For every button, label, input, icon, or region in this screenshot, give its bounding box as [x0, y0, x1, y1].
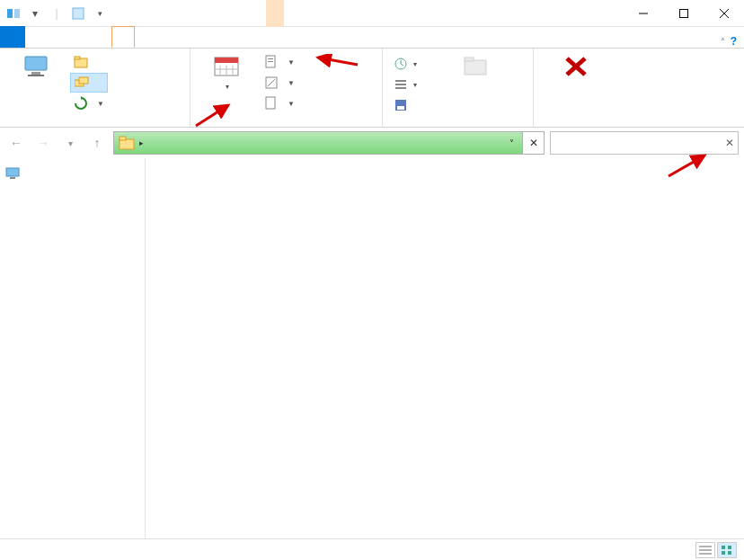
svg-rect-28	[395, 87, 406, 89]
tab-file[interactable]	[0, 26, 25, 48]
tab-search[interactable]	[111, 26, 135, 48]
ribbon-expand-icon[interactable]: ˄	[721, 37, 725, 47]
close-x-icon	[562, 54, 590, 79]
search-again-button[interactable]: ▼	[70, 93, 108, 113]
refresh-icon	[74, 96, 88, 111]
svg-rect-8	[31, 72, 40, 75]
search-box[interactable]: ✕	[550, 131, 739, 155]
folder-icon	[118, 134, 136, 152]
svg-rect-37	[6, 168, 19, 176]
qat-divider: |	[47, 4, 66, 23]
quick-access-toolbar: ▾ | ▾	[0, 4, 113, 23]
chevron-down-icon: ▼	[288, 100, 295, 108]
svg-rect-36	[120, 137, 126, 140]
close-search-button[interactable]	[541, 52, 611, 81]
group-label-location	[7, 123, 182, 125]
svg-rect-45	[728, 551, 731, 555]
svg-rect-9	[28, 75, 44, 76]
folder-icon	[74, 55, 88, 69]
clock-icon	[394, 57, 408, 71]
type-filter-button[interactable]: ▼	[261, 52, 298, 72]
chevron-down-icon: ▾	[226, 83, 229, 91]
other-props-button[interactable]: ▼	[261, 93, 298, 113]
ribbon-group-refine: ▾ ▼ ▼ ▼	[190, 49, 383, 127]
ribbon-group-location: ▼	[0, 49, 190, 127]
recent-searches-button[interactable]: ▾	[390, 54, 421, 74]
folder-open-icon	[461, 54, 490, 79]
date-modified-button[interactable]: ▾	[198, 52, 255, 91]
details-view-button[interactable]	[695, 542, 715, 558]
help-icon[interactable]: ?	[731, 35, 737, 48]
tab-home[interactable]	[25, 26, 47, 48]
svg-rect-38	[10, 177, 15, 179]
svg-rect-4	[679, 9, 687, 17]
svg-rect-26	[395, 80, 406, 82]
svg-rect-21	[268, 58, 273, 59]
clear-search-icon[interactable]: ✕	[725, 137, 734, 149]
size-icon	[264, 76, 279, 90]
svg-rect-13	[79, 77, 88, 84]
svg-rect-2	[73, 8, 84, 19]
back-button[interactable]: ←	[5, 132, 27, 154]
svg-rect-31	[465, 60, 486, 75]
svg-rect-42	[722, 546, 725, 549]
props-icon	[264, 96, 279, 111]
chevron-down-icon: ▼	[97, 100, 104, 108]
nav-tree[interactable]	[0, 158, 146, 538]
close-button[interactable]	[704, 0, 744, 27]
tab-view[interactable]	[68, 26, 90, 48]
qat-item[interactable]	[68, 4, 88, 23]
minimize-button[interactable]	[623, 0, 663, 27]
status-bar	[0, 538, 744, 560]
svg-rect-44	[722, 551, 725, 555]
save-search-button[interactable]	[390, 95, 421, 115]
ribbon-group-close	[534, 49, 618, 127]
window-controls	[623, 0, 744, 27]
svg-rect-1	[14, 9, 20, 18]
open-location-button[interactable]	[426, 52, 525, 81]
current-folder-button[interactable]	[70, 52, 108, 72]
svg-rect-24	[266, 97, 275, 109]
svg-rect-15	[215, 58, 238, 63]
app-icon[interactable]	[4, 4, 23, 23]
titlebar: ▾ | ▾	[0, 0, 744, 27]
group-label-refine	[198, 123, 375, 125]
pc-icon	[22, 54, 50, 79]
options-icon	[394, 77, 408, 92]
chevron-down-icon: ▼	[288, 58, 295, 67]
recent-locations-button[interactable]: ▾	[59, 132, 81, 154]
this-pc-button[interactable]	[7, 52, 65, 81]
ribbon: ▼ ▾ ▼ ▼	[0, 49, 744, 128]
ribbon-group-params: ▾ ▾	[383, 49, 534, 127]
svg-rect-32	[465, 58, 474, 61]
svg-rect-43	[728, 546, 731, 549]
qat-dropdown-icon[interactable]: ▾	[25, 4, 45, 23]
up-button[interactable]: ↑	[86, 132, 108, 154]
type-icon	[264, 55, 279, 69]
pc-icon	[5, 166, 20, 181]
qat-overflow-icon[interactable]: ▾	[90, 4, 110, 23]
all-subfolders-button[interactable]	[70, 73, 108, 93]
ribbon-tabs: ˄ ?	[0, 27, 744, 49]
svg-rect-27	[395, 84, 406, 85]
breadcrumb-caret[interactable]: ▸	[139, 138, 144, 147]
svg-rect-7	[25, 57, 47, 70]
folders-icon	[75, 76, 89, 90]
forward-button[interactable]: →	[32, 132, 54, 154]
address-dropdown-button[interactable]: ˅	[500, 132, 522, 154]
svg-rect-30	[397, 106, 404, 110]
main-area	[0, 158, 744, 538]
svg-rect-11	[75, 57, 80, 59]
address-bar[interactable]: ▸ ˅ ✕	[113, 131, 545, 155]
stop-button[interactable]: ✕	[522, 132, 544, 154]
tree-root-this-pc[interactable]	[0, 164, 145, 183]
size-filter-button[interactable]: ▼	[261, 73, 298, 93]
nav-row: ← → ▾ ↑ ▸ ˅ ✕ ✕	[0, 128, 744, 158]
icons-view-button[interactable]	[717, 542, 737, 558]
calendar-icon	[212, 54, 241, 79]
results-pane[interactable]	[146, 158, 744, 538]
advanced-options-button[interactable]: ▾	[390, 75, 421, 94]
chevron-down-icon: ▾	[413, 60, 417, 68]
maximize-button[interactable]	[663, 0, 704, 27]
tab-share[interactable]	[47, 26, 68, 48]
